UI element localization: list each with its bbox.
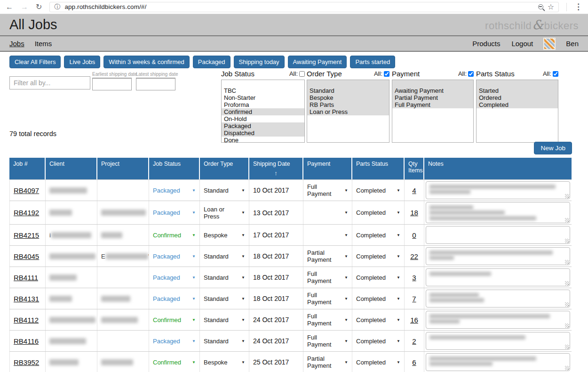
column-header-order-type[interactable]: Order Type [200, 158, 249, 179]
qty-items-link[interactable]: 22 [410, 252, 418, 260]
option-proforma[interactable]: Proforma [222, 101, 304, 108]
column-header-job[interactable]: Job # [9, 158, 46, 179]
option-loan-or-press[interactable]: Loan or Press [307, 108, 389, 115]
job-number-link[interactable]: RB4116 [14, 337, 39, 345]
quick-filter-parts-started[interactable]: Parts started [350, 56, 395, 68]
column-header-client[interactable]: Client [46, 158, 97, 179]
parts-status-select[interactable]: Completed▼ [356, 338, 400, 345]
job-number-link[interactable]: RB4192 [14, 209, 39, 217]
qty-items-link[interactable]: 3 [412, 274, 416, 282]
qty-items-link[interactable]: 6 [412, 358, 416, 366]
parts-status-select[interactable]: Completed▼ [356, 274, 400, 281]
option-rb-parts[interactable]: RB Parts [307, 101, 389, 108]
order-type-select[interactable]: Standard▼ [204, 316, 245, 323]
order-type-select[interactable]: Loan or Press▼ [204, 206, 245, 220]
resize-grip-icon[interactable] [565, 366, 569, 370]
nav-item-items[interactable]: Items [35, 40, 52, 48]
back-icon[interactable]: ← [6, 3, 13, 11]
quick-filter-packaged[interactable]: Packaged [193, 56, 230, 68]
option-non-starter[interactable]: Non-Starter [222, 94, 304, 101]
option-standard[interactable]: Standard [307, 87, 389, 94]
option-completed[interactable]: Completed [477, 101, 558, 108]
option-awaiting-payment[interactable]: Awaiting Payment [392, 87, 473, 94]
option-packaged[interactable]: Packaged [222, 122, 304, 129]
qty-items-link[interactable]: 4 [412, 186, 416, 194]
job-number-link[interactable]: RB4131 [14, 295, 39, 303]
payment-select[interactable]: Full Payment▼ [307, 183, 348, 197]
payment-select[interactable]: Full Payment▼ [307, 313, 348, 327]
option-bespoke[interactable]: Bespoke [307, 94, 389, 101]
order-type-select[interactable]: Standard▼ [204, 187, 245, 194]
quick-filter-live-jobs[interactable]: Live Jobs [64, 56, 100, 68]
option-dispatched[interactable]: Dispatched [222, 129, 304, 137]
option-blank[interactable] [307, 80, 389, 87]
job-number-link[interactable]: RB4215 [14, 231, 39, 239]
search-input[interactable] [9, 76, 90, 89]
option-blank[interactable] [392, 80, 473, 87]
column-header-project[interactable]: Project [97, 158, 149, 179]
nav-item-products[interactable]: Products [472, 40, 500, 48]
option-confirmed[interactable]: Confirmed [222, 108, 304, 115]
all-checkbox-payment[interactable] [468, 71, 474, 77]
quick-filter-awaiting-payment[interactable]: Awaiting Payment [288, 56, 347, 68]
payment-select[interactable]: Full Payment▼ [307, 270, 348, 284]
resize-grip-icon[interactable] [565, 345, 569, 349]
nav-item-logout[interactable]: Logout [511, 40, 533, 48]
job-number-link[interactable]: RB3952 [14, 358, 39, 366]
nav-item-jobs[interactable]: Jobs [9, 40, 24, 48]
option-tbc[interactable]: TBC [222, 87, 304, 94]
parts-status-select[interactable]: Completed▼ [356, 187, 400, 194]
qty-items-link[interactable]: 2 [412, 337, 416, 345]
zoom-out-icon[interactable] [538, 4, 543, 9]
payment-select[interactable]: ▼ [307, 233, 348, 237]
order-type-select[interactable]: Standard▼ [204, 295, 245, 302]
parts-status-select[interactable]: Completed▼ [356, 253, 400, 260]
job-status-select[interactable]: Packaged▼ [153, 295, 196, 302]
all-checkbox-job-status[interactable] [299, 71, 305, 77]
all-checkbox-parts-status[interactable] [553, 71, 558, 77]
reload-icon[interactable]: ↻ [36, 3, 42, 11]
notes-textarea[interactable] [426, 268, 570, 286]
all-checkbox-order-type[interactable] [384, 71, 389, 77]
payment-select[interactable]: ▼ [307, 210, 348, 215]
job-number-link[interactable]: RB4112 [14, 316, 39, 324]
job-status-select[interactable]: Confirmed▼ [153, 232, 196, 239]
address-bar[interactable]: ⓘ app.rothschildbickers.com/#/ ☆ [49, 2, 559, 12]
parts-status-select[interactable]: Completed▼ [356, 316, 400, 323]
notes-textarea[interactable] [426, 181, 570, 199]
job-number-link[interactable]: RB4111 [14, 274, 38, 282]
job-status-select[interactable]: Packaged▼ [153, 253, 196, 260]
forward-icon[interactable]: → [21, 3, 28, 11]
quick-filter-shipping-today[interactable]: Shipping today [234, 56, 285, 68]
earliest-date-input[interactable] [92, 78, 132, 90]
job-status-select[interactable]: Confirmed▼ [153, 316, 196, 323]
parts-status-select[interactable]: Completed▼ [356, 232, 400, 239]
order-type-select[interactable]: Bespoke▼ [204, 359, 245, 366]
qty-items-link[interactable]: 16 [410, 316, 418, 324]
column-header-payment[interactable]: Payment [303, 158, 352, 179]
latest-date-input[interactable] [136, 78, 175, 90]
resize-grip-icon[interactable] [565, 260, 569, 264]
resize-grip-icon[interactable] [565, 218, 569, 222]
notes-textarea[interactable] [426, 311, 570, 329]
page-info-icon[interactable]: ⓘ [54, 3, 60, 11]
option-ordered[interactable]: Ordered [477, 94, 558, 101]
notes-textarea[interactable] [426, 332, 570, 350]
payment-select[interactable]: Full Payment▼ [307, 334, 348, 348]
parts-status-select[interactable]: Completed▼ [356, 359, 400, 366]
payment-select[interactable]: Full Payment▼ [307, 291, 348, 306]
resize-grip-icon[interactable] [565, 323, 569, 328]
new-job-button[interactable]: New Job [534, 142, 572, 154]
qty-items-link[interactable]: 18 [410, 209, 418, 217]
parts-status-select[interactable]: Completed▼ [356, 209, 400, 216]
column-header-job-status[interactable]: Job Status [149, 158, 200, 179]
quick-filter-clear-all-filters[interactable]: Clear All Filters [9, 56, 61, 68]
resize-grip-icon[interactable] [565, 302, 569, 307]
resize-grip-icon[interactable] [565, 194, 569, 198]
quick-filter-within-3-weeks-confirmed[interactable]: Within 3 weeks & confirmed [103, 56, 189, 68]
job-status-select[interactable]: Packaged▼ [153, 274, 196, 281]
column-header-notes[interactable]: Notes [424, 158, 572, 179]
notes-textarea[interactable] [426, 226, 570, 244]
notes-textarea[interactable] [426, 290, 570, 307]
bookmark-star-icon[interactable]: ☆ [548, 2, 554, 11]
